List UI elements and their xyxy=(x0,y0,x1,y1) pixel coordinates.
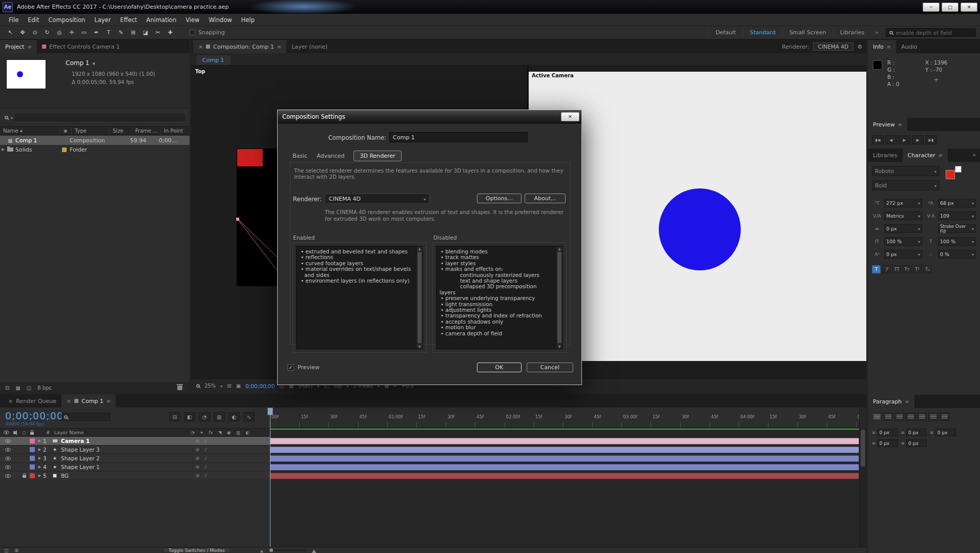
switch-header-icon[interactable]: ✦ xyxy=(200,430,204,435)
character-field-value[interactable]: 0 px xyxy=(884,250,922,259)
tab-composition[interactable]: Composition: Comp 1 xyxy=(193,40,286,53)
layer-duration-bar[interactable] xyxy=(270,455,859,462)
bit-depth[interactable]: 8 bpc xyxy=(37,385,52,391)
options-button[interactable]: Options... xyxy=(477,194,522,203)
indent-field[interactable]: ≡ 0 px xyxy=(872,429,898,436)
workspace-overflow-icon[interactable]: » xyxy=(871,29,883,36)
renderer-value[interactable]: CINEMA 4D xyxy=(813,42,853,51)
header-icon[interactable] xyxy=(30,432,34,435)
column-name[interactable]: Name ▲ xyxy=(0,126,60,135)
time-ruler[interactable]: 00f15f30f45f01:00f15f30f45f02:00f15f30f4… xyxy=(270,408,859,428)
layer-row[interactable]: ▶ 4 ★ Shape Layer 1 ⊚ ∕ xyxy=(0,463,859,472)
disabled-list[interactable]: ▲ ▼ blending modestrack matteslayer styl… xyxy=(436,246,563,349)
character-field-value[interactable]: Metrics xyxy=(884,211,922,220)
layer-duration-bar[interactable] xyxy=(270,473,859,479)
workspace-tab[interactable]: Libraries xyxy=(833,29,871,36)
current-time-indicator[interactable] xyxy=(270,415,270,547)
tab-paragraph[interactable]: Paragraph xyxy=(868,395,914,408)
twirl-icon[interactable]: ▶ xyxy=(36,439,43,443)
timeline-scrollbar[interactable] xyxy=(859,428,866,547)
eye-icon[interactable] xyxy=(5,457,11,460)
panel-menu-icon[interactable] xyxy=(277,44,281,50)
about-button[interactable]: About... xyxy=(525,194,566,203)
layer-switches[interactable]: ⊚ ∕ xyxy=(196,438,270,443)
panel-menu-icon[interactable] xyxy=(905,398,909,405)
tab-libraries[interactable]: Libraries xyxy=(868,148,903,162)
tab-preview[interactable]: Preview xyxy=(868,118,907,131)
scroll-up-icon[interactable]: ▲ xyxy=(558,247,561,250)
transport-button[interactable]: ▶ xyxy=(912,135,924,144)
list-scrollbar[interactable]: ▲ ▼ xyxy=(556,246,562,349)
column-label[interactable]: ▣ xyxy=(60,126,72,135)
timeline-toolbar-icon[interactable]: ▥ xyxy=(214,412,225,421)
workspace-tab[interactable]: Default xyxy=(708,29,743,36)
tab-character[interactable]: Character xyxy=(903,148,948,162)
character-field-value[interactable]: 0 px xyxy=(884,224,922,233)
twirl-icon[interactable]: ▶ xyxy=(36,465,43,469)
workspace-tab[interactable]: Standard xyxy=(743,29,782,36)
layer-track[interactable] xyxy=(270,437,859,445)
tool-icon[interactable]: ✒ xyxy=(90,28,102,38)
tool-icon[interactable]: ⊙ xyxy=(29,28,41,38)
menu-item[interactable]: Window xyxy=(204,16,236,24)
timeline-search-input[interactable] xyxy=(61,413,111,421)
layer-switches[interactable]: ⊚ ∕ xyxy=(196,456,270,461)
twirl-icon[interactable]: ▶ xyxy=(36,448,43,452)
switch-header-icon[interactable]: fx xyxy=(208,430,213,435)
tool-icon[interactable]: ↻ xyxy=(41,28,53,38)
dropdown-icon[interactable] xyxy=(92,59,95,67)
faux-style-button[interactable]: T xyxy=(882,265,891,273)
header-icon[interactable] xyxy=(22,430,26,435)
tool-icon[interactable]: ↖ xyxy=(4,28,16,38)
search-options-icon[interactable] xyxy=(11,114,13,121)
label-swatch[interactable] xyxy=(30,464,35,470)
menu-item[interactable]: Layer xyxy=(90,16,115,24)
faux-style-button[interactable]: T₁ xyxy=(923,265,932,273)
menu-item[interactable]: Help xyxy=(237,16,259,24)
layer-track[interactable] xyxy=(270,454,859,463)
scrollbar-thumb[interactable] xyxy=(557,252,561,343)
scrollbar-thumb[interactable] xyxy=(418,252,422,343)
lock-icon[interactable] xyxy=(23,475,26,478)
column-frame-rate[interactable]: Frame ... xyxy=(132,126,161,135)
dialog-close-button[interactable]: ✕ xyxy=(561,112,579,121)
eye-icon[interactable] xyxy=(5,448,11,452)
faux-style-button[interactable]: T¹ xyxy=(913,265,922,273)
twirl-icon[interactable]: ▶ xyxy=(0,147,6,152)
close-tab-icon[interactable] xyxy=(198,44,203,50)
menu-item[interactable]: View xyxy=(181,16,204,24)
close-tab-icon[interactable] xyxy=(67,398,71,405)
menu-item[interactable]: Edit xyxy=(23,16,44,24)
project-search[interactable] xyxy=(0,111,190,124)
twirl-icon[interactable]: ▶ xyxy=(36,474,43,478)
tab-project[interactable]: Project xyxy=(0,40,37,53)
panel-menu-icon[interactable] xyxy=(28,44,32,50)
character-field-value[interactable]: 100 % xyxy=(884,237,922,246)
header-icon[interactable] xyxy=(4,431,9,434)
character-field-value[interactable]: 100 % xyxy=(938,237,976,246)
transport-button[interactable]: ▶▮ xyxy=(925,135,937,144)
label-swatch[interactable] xyxy=(30,473,35,478)
comp-viewer-tab[interactable]: Comp 1 xyxy=(196,55,231,65)
tool-icon[interactable]: ◪ xyxy=(139,28,152,38)
character-field-value[interactable]: 109 xyxy=(938,211,976,220)
panel-menu-icon[interactable] xyxy=(107,398,111,405)
delete-icon[interactable] xyxy=(177,386,182,390)
eye-icon[interactable] xyxy=(5,465,11,469)
maximize-button[interactable]: □ xyxy=(942,3,958,12)
switch-header-icon[interactable]: ◔ xyxy=(191,430,195,435)
grid-guides-icon[interactable]: ⊞ xyxy=(227,383,231,389)
menu-item[interactable]: Effect xyxy=(115,16,141,24)
new-folder-icon[interactable]: ▦ xyxy=(15,385,20,391)
list-scrollbar[interactable]: ▲ ▼ xyxy=(416,246,423,349)
align-button[interactable] xyxy=(917,413,927,421)
dialog-titlebar[interactable]: Composition Settings ✕ xyxy=(278,110,581,123)
layer-duration-bar[interactable] xyxy=(270,464,859,471)
scrollbar-thumb[interactable] xyxy=(861,430,865,466)
toggle-switches-modes-button[interactable]: Toggle Switches / Modes xyxy=(163,547,231,553)
tab-effect-controls[interactable]: Effect Controls Camera 1 xyxy=(37,40,125,53)
indent-field[interactable]: ≡ 0 px xyxy=(901,429,927,436)
faux-style-button[interactable]: TT xyxy=(892,265,901,273)
timeline-zoom-slider[interactable] xyxy=(269,549,305,551)
dialog-tab-3d-renderer[interactable]: 3D Renderer xyxy=(353,151,401,161)
